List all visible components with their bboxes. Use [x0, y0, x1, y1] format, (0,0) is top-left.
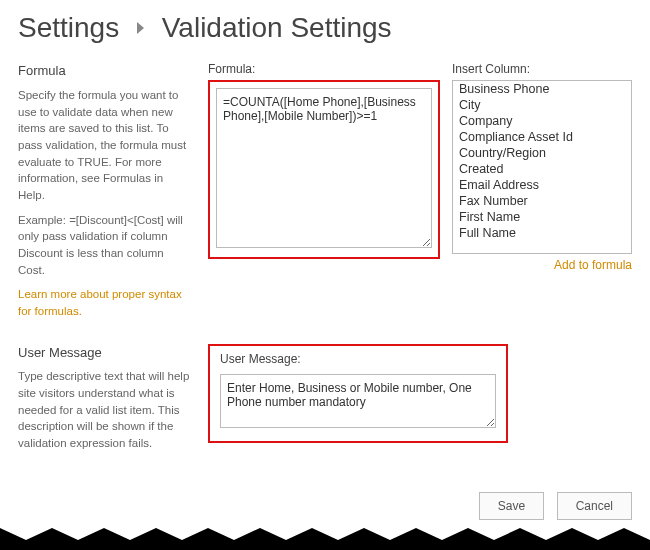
list-item[interactable]: Full Name: [453, 225, 631, 241]
formula-desc-1: Specify the formula you want to use to v…: [18, 87, 192, 204]
user-message-section: User Message Type descriptive text that …: [18, 344, 632, 460]
list-item[interactable]: Business Phone: [453, 81, 631, 97]
cancel-button[interactable]: Cancel: [557, 492, 632, 520]
list-item[interactable]: Created: [453, 161, 631, 177]
list-item[interactable]: City: [453, 97, 631, 113]
formula-syntax-link[interactable]: Learn more about proper syntax for formu…: [18, 288, 182, 317]
insert-column-list[interactable]: Business Phone City Company Compliance A…: [452, 80, 632, 254]
list-item[interactable]: Country/Region: [453, 145, 631, 161]
usermsg-label: User Message:: [220, 352, 496, 366]
formula-label: Formula:: [208, 62, 440, 76]
formula-highlight-box: [208, 80, 440, 259]
list-item[interactable]: Email Address: [453, 177, 631, 193]
torn-edge-decoration: [0, 528, 650, 550]
chevron-right-icon: [137, 22, 144, 34]
save-button[interactable]: Save: [479, 492, 544, 520]
add-to-formula-link[interactable]: Add to formula: [554, 258, 632, 272]
usermsg-highlight-box: User Message:: [208, 344, 508, 443]
list-item[interactable]: Compliance Asset Id: [453, 129, 631, 145]
user-message-input[interactable]: [220, 374, 496, 428]
formula-heading: Formula: [18, 62, 192, 81]
formula-desc-2: Example: =[Discount]<[Cost] will only pa…: [18, 212, 192, 279]
usermsg-desc: Type descriptive text that will help sit…: [18, 368, 192, 451]
formula-section: Formula Specify the formula you want to …: [18, 62, 632, 320]
list-item[interactable]: First Name: [453, 209, 631, 225]
list-item[interactable]: Fax Number: [453, 193, 631, 209]
button-row: Save Cancel: [471, 492, 632, 520]
breadcrumb-page: Validation Settings: [162, 12, 392, 43]
breadcrumb-root[interactable]: Settings: [18, 12, 119, 43]
usermsg-heading: User Message: [18, 344, 192, 363]
insert-column-label: Insert Column:: [452, 62, 632, 76]
formula-input[interactable]: [216, 88, 432, 248]
page-title: Settings Validation Settings: [18, 12, 632, 44]
list-item[interactable]: Company: [453, 113, 631, 129]
